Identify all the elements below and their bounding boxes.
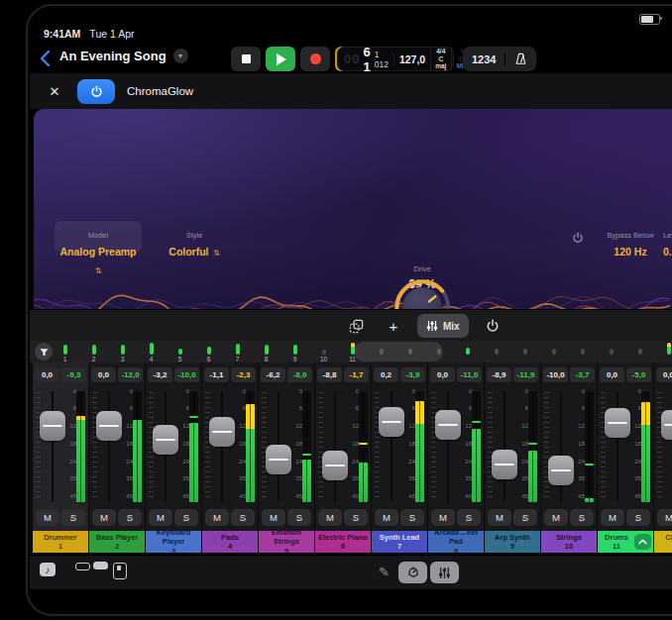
- bridge-track-meter[interactable]: [453, 343, 482, 356]
- solo-button[interactable]: S: [231, 509, 255, 526]
- mute-button[interactable]: M: [601, 509, 624, 526]
- controls-view-button[interactable]: [398, 562, 427, 583]
- peak-value[interactable]: -8,0: [287, 367, 312, 382]
- channel-name-label[interactable]: Strings10: [541, 531, 597, 553]
- song-title-menu[interactable]: An Evening Song ▾: [59, 49, 188, 63]
- mute-button[interactable]: M: [488, 509, 511, 526]
- meter-bridge[interactable]: 1234567891011: [30, 341, 672, 362]
- collapse-summing-stack-button[interactable]: [634, 534, 651, 550]
- mixer-view-button[interactable]: [430, 562, 459, 583]
- bridge-track-meter[interactable]: 8: [252, 343, 280, 362]
- mute-button[interactable]: M: [375, 509, 398, 526]
- volume-value[interactable]: -3,2: [148, 367, 172, 382]
- peak-value[interactable]: -1,7: [344, 367, 369, 382]
- volume-value[interactable]: -10,0: [543, 367, 568, 382]
- close-plugin-button[interactable]: [46, 82, 63, 100]
- play-button[interactable]: [266, 47, 295, 71]
- peak-value[interactable]: -11,9: [513, 367, 538, 382]
- volume-value[interactable]: 0,0: [430, 367, 455, 382]
- solo-button[interactable]: S: [344, 509, 368, 526]
- bridge-track-meter[interactable]: [654, 343, 672, 356]
- channel-name-label[interactable]: Synth Lead7: [372, 531, 427, 553]
- volume-value[interactable]: 0,0: [600, 367, 624, 382]
- bridge-track-meter[interactable]: 4: [137, 343, 166, 362]
- record-button[interactable]: [300, 47, 330, 71]
- bridge-track-meter[interactable]: 2: [79, 343, 108, 362]
- stop-button[interactable]: [231, 47, 261, 71]
- solo-button[interactable]: S: [626, 509, 650, 526]
- peak-value[interactable]: -10,0: [174, 367, 199, 382]
- fader-handle[interactable]: [661, 410, 672, 440]
- channel-name-label[interactable]: Drummer1: [33, 531, 88, 553]
- peak-value[interactable]: -5,0: [626, 367, 651, 382]
- scroll-thumb[interactable]: [354, 342, 443, 362]
- solo-button[interactable]: S: [174, 509, 198, 526]
- bridge-track-meter[interactable]: 10: [309, 343, 338, 362]
- bridge-track-meter[interactable]: [568, 343, 597, 356]
- peak-value[interactable]: -2,3: [231, 367, 256, 382]
- channel-name-label[interactable]: Bass Player2: [89, 531, 145, 553]
- channel-name-label[interactable]: Chorus V12: [654, 531, 672, 553]
- volume-value[interactable]: 0,0: [91, 367, 116, 382]
- bridge-track-meter[interactable]: 5: [166, 343, 194, 362]
- bridge-track-meter[interactable]: [597, 343, 625, 356]
- plugin-tiles-button[interactable]: [342, 314, 370, 338]
- bridge-track-meter[interactable]: [482, 343, 510, 356]
- solo-button[interactable]: S: [570, 509, 594, 526]
- channel-name-label[interactable]: Pads4: [202, 531, 258, 553]
- solo-button[interactable]: S: [400, 509, 424, 526]
- peak-value[interactable]: -3,9: [400, 367, 425, 382]
- edit-button[interactable]: ✎: [379, 565, 390, 579]
- style-selector[interactable]: Style Colorful: [151, 224, 238, 259]
- plugin-power-toggle[interactable]: [77, 79, 115, 104]
- lcd-display[interactable]: 00 6 1 1 012 127,0 4/4 C maj In Out MIDI: [337, 47, 454, 71]
- mute-button[interactable]: M: [657, 509, 672, 526]
- mute-button[interactable]: M: [431, 509, 455, 526]
- volume-value[interactable]: 0,0: [656, 367, 672, 382]
- mixer-power-button[interactable]: [479, 314, 506, 338]
- bridge-track-meter[interactable]: 6: [194, 343, 223, 362]
- metronome-button[interactable]: [505, 52, 536, 66]
- solo-button[interactable]: S: [61, 509, 85, 526]
- channel-name-label[interactable]: Keyboard Player3: [146, 531, 201, 553]
- channel-name-label[interactable]: Arcade…eet Pad8: [428, 531, 484, 553]
- channel-name-label[interactable]: Electric Piano6: [315, 531, 371, 553]
- play-surface-button[interactable]: [113, 563, 127, 579]
- browser-button[interactable]: ♪: [40, 563, 56, 576]
- solo-button[interactable]: S: [457, 509, 481, 526]
- solo-button[interactable]: S: [513, 509, 537, 526]
- mix-button[interactable]: Mix: [417, 314, 469, 338]
- bypass-power-button[interactable]: [572, 230, 584, 248]
- bridge-track-meter[interactable]: 1: [51, 343, 79, 362]
- bridge-track-meter[interactable]: [539, 343, 568, 356]
- mute-button[interactable]: M: [205, 509, 229, 526]
- solo-button[interactable]: S: [118, 509, 142, 526]
- peak-value[interactable]: -3,7: [570, 367, 595, 382]
- mute-button[interactable]: M: [262, 509, 285, 526]
- channel-name-label[interactable]: Arp Synth9: [485, 531, 540, 553]
- bridge-track-meter[interactable]: [625, 343, 654, 356]
- peak-value[interactable]: -11,0: [457, 367, 482, 382]
- peak-value[interactable]: -12,0: [118, 367, 143, 382]
- bridge-track-meter[interactable]: 3: [108, 343, 137, 362]
- volume-value[interactable]: -1,1: [204, 367, 229, 382]
- add-track-button[interactable]: +: [380, 314, 407, 338]
- volume-value[interactable]: 0,0: [35, 367, 59, 382]
- plugins-button[interactable]: [75, 563, 108, 570]
- back-button[interactable]: [40, 48, 57, 69]
- mute-button[interactable]: M: [36, 509, 59, 526]
- bridge-track-meter[interactable]: [510, 343, 539, 356]
- mute-button[interactable]: M: [544, 509, 568, 526]
- bridge-track-meter[interactable]: 9: [280, 343, 309, 362]
- count-in-button[interactable]: 1234: [463, 53, 505, 65]
- bridge-track-meter[interactable]: 7: [223, 343, 252, 362]
- level-control[interactable]: Level 0.0: [655, 224, 672, 259]
- volume-value[interactable]: -8,9: [487, 367, 511, 382]
- channel-name-label[interactable]: Emotion Strings5: [259, 531, 314, 553]
- volume-value[interactable]: 0,2: [374, 367, 398, 382]
- peak-value[interactable]: -9,3: [61, 367, 86, 382]
- channel-name-label[interactable]: Drums11: [598, 531, 653, 553]
- solo-button[interactable]: S: [287, 509, 311, 526]
- drive-knob[interactable]: [388, 272, 457, 309]
- volume-value[interactable]: -6,2: [261, 367, 285, 382]
